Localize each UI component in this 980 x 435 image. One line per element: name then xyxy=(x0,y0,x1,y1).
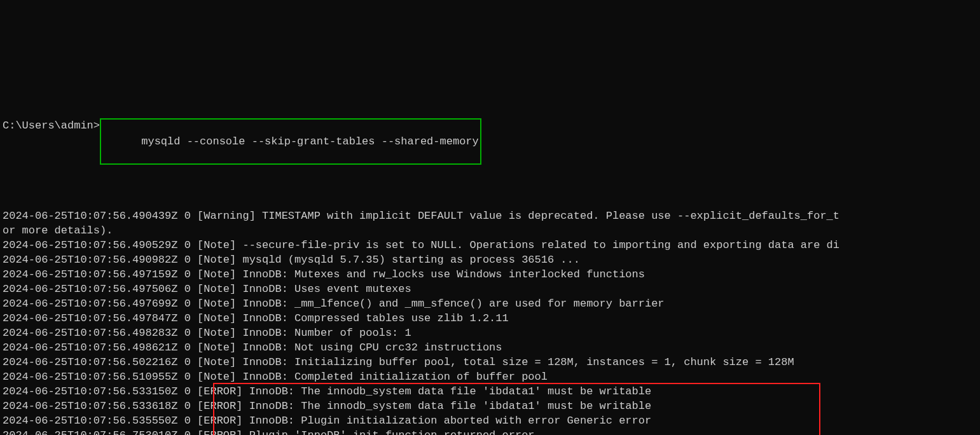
log-line: 2024-06-25T10:07:56.535550Z 0 [ERROR] In… xyxy=(3,413,977,428)
log-line: 2024-06-25T10:07:56.502216Z 0 [Note] Inn… xyxy=(3,355,977,369)
log-line: 2024-06-25T10:07:56.497159Z 0 [Note] Inn… xyxy=(3,267,977,282)
log-line: 2024-06-25T10:07:56.497699Z 0 [Note] Inn… xyxy=(3,296,977,311)
log-line: 2024-06-25T10:07:56.533618Z 0 [ERROR] In… xyxy=(3,399,977,413)
log-line: 2024-06-25T10:07:56.753010Z 0 [ERROR] Pl… xyxy=(3,428,977,435)
terminal-window[interactable]: C:\Users\admin> mysqld --console --skip-… xyxy=(0,73,980,435)
prompt-path: C:\Users\admin> xyxy=(3,118,100,133)
log-line: 2024-06-25T10:07:56.490439Z 0 [Warning] … xyxy=(3,209,977,223)
log-line: 2024-06-25T10:07:56.498621Z 0 [Note] Inn… xyxy=(3,340,977,355)
log-output: 2024-06-25T10:07:56.490439Z 0 [Warning] … xyxy=(3,209,977,435)
log-line: 2024-06-25T10:07:56.497847Z 0 [Note] Inn… xyxy=(3,311,977,326)
command-highlight-box: mysqld --console --skip-grant-tables --s… xyxy=(100,118,481,165)
log-line: 2024-06-25T10:07:56.490982Z 0 [Note] mys… xyxy=(3,252,977,267)
log-line: 2024-06-25T10:07:56.497506Z 0 [Note] Inn… xyxy=(3,282,977,296)
log-line: 2024-06-25T10:07:56.490529Z 0 [Note] --s… xyxy=(3,238,977,252)
command-text: mysqld --console --skip-grant-tables --s… xyxy=(141,135,479,148)
log-line: 2024-06-25T10:07:56.533150Z 0 [ERROR] In… xyxy=(3,384,977,399)
prompt-line: C:\Users\admin> mysqld --console --skip-… xyxy=(3,118,977,165)
log-line: 2024-06-25T10:07:56.510955Z 0 [Note] Inn… xyxy=(3,369,977,384)
log-line: or more details). xyxy=(3,223,977,238)
log-line: 2024-06-25T10:07:56.498283Z 0 [Note] Inn… xyxy=(3,326,977,340)
